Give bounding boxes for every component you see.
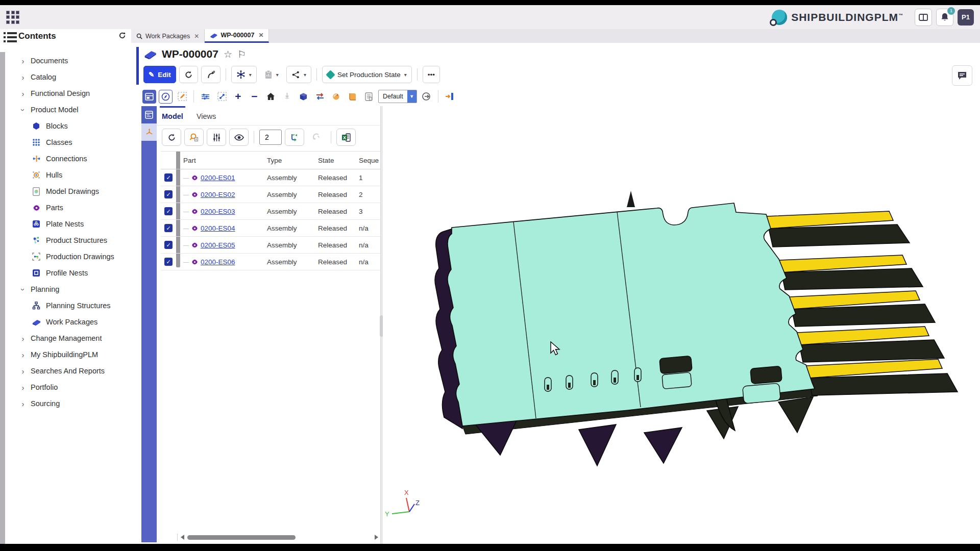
sidebar-item-work-packages[interactable]: Work Packages bbox=[5, 314, 129, 330]
sidebar-sync-icon[interactable] bbox=[118, 32, 126, 41]
comments-button[interactable] bbox=[952, 65, 972, 86]
set-production-state-button[interactable]: Set Production State ▾ bbox=[322, 66, 412, 83]
sidebar-item-connections[interactable]: Connections bbox=[5, 151, 129, 167]
row-checkbox[interactable] bbox=[164, 173, 173, 182]
horizontal-scrollbar[interactable] bbox=[177, 534, 378, 541]
notifications-button[interactable]: 1 bbox=[936, 9, 953, 26]
sidebar-item-profile-nests[interactable]: Profile Nests bbox=[5, 265, 129, 281]
favorite-star-icon[interactable]: ☆ bbox=[224, 48, 232, 60]
collapse-structure-button-disabled[interactable] bbox=[307, 129, 326, 145]
expand-level-input[interactable] bbox=[259, 130, 282, 145]
zoom-out-button[interactable]: − bbox=[248, 90, 261, 104]
row-checkbox[interactable] bbox=[164, 207, 173, 215]
tab-wp-000007[interactable]: WP-000007 ✕ bbox=[205, 29, 269, 43]
column-header-sequence[interactable]: Seque bbox=[355, 157, 380, 164]
user-avatar[interactable]: P1 bbox=[958, 9, 974, 26]
import-to-panel-button[interactable] bbox=[443, 90, 457, 104]
close-tab-icon[interactable]: ✕ bbox=[258, 32, 263, 39]
tab-views[interactable]: Views bbox=[197, 112, 216, 125]
catalog-book-button[interactable] bbox=[346, 90, 359, 104]
sidebar-item-searches-and-reports[interactable]: ›Searches And Reports bbox=[5, 363, 129, 379]
sidebar-item-documents[interactable]: ›Documents bbox=[5, 53, 129, 69]
book-icon bbox=[210, 32, 217, 38]
tab-work-packages[interactable]: Work Packages ✕ bbox=[131, 29, 205, 43]
sidebar-item-production-drawings[interactable]: Production Drawings bbox=[5, 248, 129, 265]
part-link[interactable]: 0200-ES03 bbox=[201, 208, 235, 215]
sidebar-item-model-drawings[interactable]: Model Drawings bbox=[5, 183, 129, 199]
sidebar-item-planning-structures[interactable]: Planning Structures bbox=[5, 297, 129, 314]
sidebar-item-portfolio[interactable]: ›Portfolio bbox=[5, 379, 129, 395]
column-header-state[interactable]: State bbox=[314, 157, 355, 164]
related-actions-button[interactable]: ▾ bbox=[231, 66, 257, 83]
row-checkbox[interactable] bbox=[164, 224, 173, 232]
more-actions-button[interactable]: ••• bbox=[423, 66, 440, 83]
sidebar-item-product-model[interactable]: ›Product Model bbox=[5, 102, 129, 118]
refresh-structure-button[interactable] bbox=[162, 129, 181, 146]
sidebar-item-catalog[interactable]: ›Catalog bbox=[5, 69, 129, 85]
sidebar-item-change-management[interactable]: ›Change Management bbox=[5, 330, 129, 346]
reload-model-button[interactable] bbox=[329, 90, 343, 104]
refresh-button[interactable] bbox=[179, 66, 198, 83]
edit-button[interactable]: ✎ Edit bbox=[143, 66, 176, 83]
measure-button[interactable] bbox=[215, 90, 229, 104]
structure-view-button[interactable] bbox=[142, 90, 156, 104]
scrollbar-thumb[interactable] bbox=[187, 535, 296, 540]
sidebar-item-sourcing[interactable]: ›Sourcing bbox=[5, 395, 129, 412]
part-link[interactable]: 0200-ES04 bbox=[201, 224, 235, 232]
collapse-sidebar-button[interactable] bbox=[4, 31, 18, 45]
table-row[interactable]: — 0200-ES03 Assembly Released 3 bbox=[161, 203, 380, 220]
column-header-type[interactable]: Type bbox=[263, 157, 314, 164]
search-in-structure-button[interactable] bbox=[184, 129, 204, 146]
row-checkbox[interactable] bbox=[164, 258, 173, 266]
home-view-button[interactable] bbox=[264, 90, 278, 104]
display-options-button[interactable] bbox=[207, 129, 226, 146]
table-row[interactable]: — 0200-ES04 Assembly Released n/a bbox=[161, 220, 380, 237]
sidebar-item-product-structures[interactable]: Product Structures bbox=[5, 232, 129, 248]
sidebar-item-classes[interactable]: Classes bbox=[5, 134, 129, 151]
table-row[interactable]: — 0200-ES02 Assembly Released 2 bbox=[161, 186, 380, 203]
expand-structure-button[interactable] bbox=[285, 129, 304, 146]
sidebar-item-plate-nests[interactable]: Plate Nests bbox=[5, 216, 129, 232]
table-row[interactable]: — 0200-ES01 Assembly Released 1 bbox=[161, 169, 380, 186]
table-row[interactable]: — 0200-ES05 Assembly Released n/a bbox=[161, 237, 380, 254]
3d-navigate-button[interactable] bbox=[159, 90, 173, 104]
structure-panel-tab[interactable] bbox=[141, 106, 157, 123]
part-link[interactable]: 0200-ES05 bbox=[201, 241, 235, 249]
drop-to-plane-button-disabled[interactable] bbox=[280, 90, 294, 104]
scroll-right-arrow[interactable] bbox=[375, 535, 378, 540]
3d-cube-button[interactable] bbox=[297, 90, 310, 104]
part-link[interactable]: 0200-ES01 bbox=[201, 174, 235, 182]
redo-button[interactable] bbox=[201, 66, 220, 83]
column-header-part[interactable]: Part bbox=[180, 157, 263, 164]
part-link[interactable]: 0200-ES06 bbox=[201, 258, 235, 266]
row-checkbox[interactable] bbox=[164, 190, 173, 198]
exit-view-button[interactable] bbox=[420, 90, 433, 104]
apps-grid-icon[interactable] bbox=[6, 11, 19, 24]
export-excel-button[interactable]: X bbox=[336, 129, 356, 146]
view-preset-dropdown[interactable]: Default ▼ bbox=[378, 90, 417, 103]
filter-settings-button[interactable] bbox=[199, 90, 212, 104]
tab-model[interactable]: Model bbox=[162, 112, 183, 125]
table-row[interactable]: — 0200-ES06 Assembly Released n/a bbox=[161, 254, 380, 270]
compare-arrows-button[interactable] bbox=[313, 90, 327, 104]
axes-panel-tab[interactable] bbox=[141, 123, 157, 141]
paste-button-disabled[interactable]: ▾ bbox=[260, 66, 283, 83]
3d-viewport[interactable]: X Y Z bbox=[383, 106, 980, 544]
sidebar-item-blocks[interactable]: Blocks bbox=[5, 118, 129, 134]
scroll-left-arrow[interactable] bbox=[181, 535, 184, 540]
part-link[interactable]: 0200-ES02 bbox=[201, 191, 235, 198]
sidebar-item-parts[interactable]: Parts bbox=[5, 199, 129, 216]
row-checkbox[interactable] bbox=[164, 241, 173, 249]
sidebar-item-functional-design[interactable]: ›Functional Design bbox=[5, 85, 129, 102]
visibility-button[interactable] bbox=[229, 129, 249, 146]
annotate-button[interactable] bbox=[175, 90, 189, 104]
close-tab-icon[interactable]: ✕ bbox=[194, 33, 199, 40]
sidebar-item-hulls[interactable]: Hulls bbox=[5, 167, 129, 183]
flag-icon[interactable]: ⚐ bbox=[237, 48, 246, 60]
notes-list-button[interactable] bbox=[362, 90, 376, 104]
sidebar-item-my-shipbuildingplm[interactable]: ›My ShipbuildingPLM bbox=[5, 346, 129, 363]
split-view-button[interactable] bbox=[915, 9, 932, 26]
zoom-in-button[interactable]: + bbox=[231, 90, 245, 104]
sidebar-item-planning[interactable]: ›Planning bbox=[5, 281, 129, 297]
share-button[interactable]: ▾ bbox=[286, 66, 311, 83]
